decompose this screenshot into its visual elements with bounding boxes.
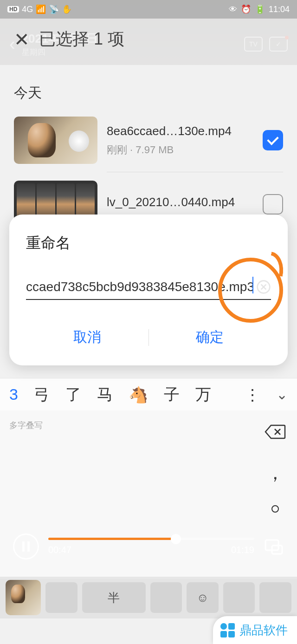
ime-more[interactable]: ⋮	[227, 385, 260, 404]
progress-bar[interactable]	[48, 538, 254, 540]
text-cursor	[252, 277, 253, 293]
dialog-title: 重命名	[26, 233, 271, 254]
ime-candidate[interactable]: 子	[164, 384, 180, 405]
keyboard-key[interactable]	[150, 582, 182, 613]
ime-candidate[interactable]: 弓	[34, 384, 50, 405]
status-bar: HD 4G 📶 📡 ✋ 👁 ⏰ 🔋 11:04	[0, 0, 297, 19]
ime-candidate[interactable]: 万	[195, 384, 211, 405]
keyboard-key[interactable]	[259, 582, 291, 613]
clock-text: 11:04	[269, 5, 290, 14]
keyboard-bottom-row: 半 ☺	[0, 577, 297, 618]
mini-thumbnail[interactable]	[6, 580, 41, 615]
checkbox-unchecked[interactable]	[263, 194, 283, 215]
file-name: 8ea6ccaed…130e.mp4	[107, 124, 253, 138]
rename-dialog: 重命名 取消 确定	[9, 215, 288, 365]
network-icon: 4G	[22, 5, 33, 14]
period-key[interactable]	[271, 505, 279, 513]
keyboard-key[interactable]: 半	[82, 582, 146, 613]
brand-logo-icon	[220, 623, 235, 637]
hand-icon: ✋	[62, 4, 72, 14]
ime-candidate[interactable]: 3	[9, 385, 18, 403]
duration-time: 01:19	[231, 545, 254, 555]
ime-hint: 多字叠写	[9, 420, 288, 431]
video-thumbnail	[14, 117, 97, 164]
file-meta: 刚刚 · 7.97 MB	[107, 143, 253, 157]
backspace-icon[interactable]	[265, 423, 286, 440]
alarm-icon: ⏰	[241, 4, 251, 14]
brand-text: 鼎品软件	[239, 622, 288, 638]
selection-title: 已选择 1 项	[39, 28, 124, 51]
brand-watermark: 鼎品软件	[213, 616, 297, 644]
selection-header: ✕ 已选择 1 项	[0, 28, 297, 51]
current-time: 00:47	[48, 545, 71, 555]
cancel-button[interactable]: 取消	[26, 319, 148, 356]
ime-candidate[interactable]: 🐴	[129, 385, 148, 404]
player-controls: 00:47 01:19	[0, 514, 297, 579]
section-title: 今天	[14, 84, 283, 103]
ime-candidate[interactable]: 马	[97, 384, 113, 405]
close-icon[interactable]: ✕	[14, 29, 30, 50]
ime-candidate-bar: 3 弓 了 马 🐴 子 万 ⋮ ⌄	[0, 378, 297, 410]
signal-icon: 📶	[36, 4, 46, 14]
pip-icon[interactable]	[264, 536, 284, 557]
hd-badge-icon: HD	[7, 6, 19, 13]
file-item[interactable]: 8ea6ccaed…130e.mp4 刚刚 · 7.97 MB	[14, 117, 283, 172]
battery-icon: 🔋	[255, 4, 265, 14]
keyboard-key[interactable]	[223, 582, 255, 613]
clear-icon[interactable]	[256, 280, 271, 294]
eye-icon: 👁	[229, 5, 237, 14]
keyboard-key[interactable]	[45, 582, 77, 613]
confirm-button[interactable]: 确定	[149, 319, 271, 356]
rename-input[interactable]	[26, 277, 271, 300]
checkbox-checked[interactable]	[263, 130, 283, 150]
chevron-down-icon[interactable]: ⌄	[276, 386, 288, 403]
file-name: lv_0_20210…0440.mp4	[107, 195, 253, 209]
emoji-key-icon[interactable]: ☺	[187, 582, 219, 613]
pause-button[interactable]	[13, 533, 39, 559]
comma-key[interactable]: ，	[266, 463, 284, 482]
ime-candidate[interactable]: 了	[65, 384, 81, 405]
wifi-icon: 📡	[49, 4, 59, 14]
